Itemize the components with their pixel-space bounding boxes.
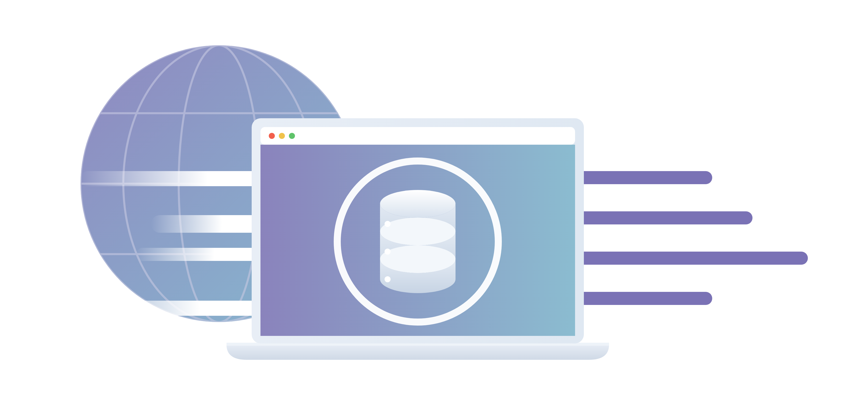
svg-point-23 <box>384 276 391 282</box>
svg-rect-14 <box>260 127 575 145</box>
database-icon <box>380 190 456 293</box>
svg-point-19 <box>380 218 456 245</box>
window-maximize-icon <box>289 133 295 139</box>
svg-point-18 <box>380 245 456 273</box>
svg-point-22 <box>384 249 391 255</box>
svg-point-20 <box>380 190 456 218</box>
laptop-icon <box>226 118 609 365</box>
window-minimize-icon <box>279 133 285 139</box>
window-close-icon <box>269 133 275 139</box>
illustration <box>0 0 868 393</box>
svg-point-21 <box>384 221 391 227</box>
